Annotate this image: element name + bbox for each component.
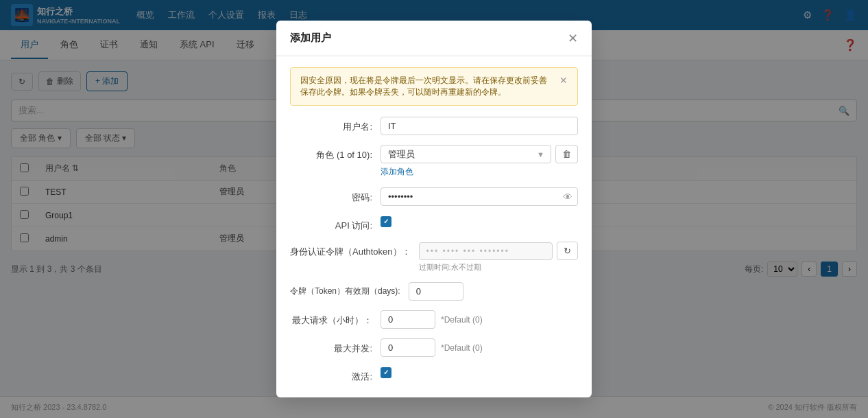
username-field-wrap bbox=[381, 117, 578, 135]
role-field-wrap: 管理员 ▼ 🗑 添加角色 bbox=[381, 145, 578, 178]
token-days-input[interactable] bbox=[409, 282, 463, 293]
role-select-row: 管理员 ▼ 🗑 bbox=[381, 145, 578, 163]
role-select-wrapper: 管理员 ▼ bbox=[381, 145, 551, 163]
api-access-wrap bbox=[381, 216, 578, 227]
modal-header: 添加用户 ✕ bbox=[276, 21, 592, 56]
modal-close-button[interactable]: ✕ bbox=[568, 32, 578, 45]
role-row: 角色 (1 of 10): 管理员 ▼ 🗑 添加角色 bbox=[290, 145, 578, 178]
alert-text: 因安全原因，现在将是令牌最后一次明文显示。请在保存更改前妥善保存此令牌。如果令牌… bbox=[300, 75, 553, 98]
modal-title: 添加用户 bbox=[290, 32, 331, 45]
modal-body: 因安全原因，现在将是令牌最后一次明文显示。请在保存更改前妥善保存此令牌。如果令牌… bbox=[276, 56, 592, 293]
password-input-wrap: 👁 bbox=[381, 187, 578, 206]
api-access-label: API 访问: bbox=[290, 216, 372, 232]
token-label: 身份认证令牌（Authtoken）： bbox=[290, 242, 411, 258]
username-row: 用户名: bbox=[290, 117, 578, 135]
token-days-row: 令牌（Token）有效期（days): bbox=[290, 282, 578, 293]
api-access-row: API 访问: bbox=[290, 216, 578, 232]
token-expiry-label: 过期时间:永不过期 bbox=[419, 262, 578, 272]
password-row: 密码: 👁 bbox=[290, 187, 578, 206]
api-access-checkbox[interactable] bbox=[381, 216, 391, 227]
username-input[interactable] bbox=[381, 117, 578, 135]
modal-overlay: 添加用户 ✕ 因安全原因，现在将是令牌最后一次明文显示。请在保存更改前妥善保存此… bbox=[0, 0, 868, 293]
token-days-label: 令牌（Token）有效期（days): bbox=[290, 282, 400, 293]
token-row: 身份认证令牌（Authtoken）： ↻ 过期时间:永不过期 bbox=[290, 242, 578, 272]
password-input[interactable] bbox=[381, 187, 578, 206]
password-label: 密码: bbox=[290, 187, 372, 204]
token-input[interactable] bbox=[419, 242, 553, 260]
token-alert: 因安全原因，现在将是令牌最后一次明文显示。请在保存更改前妥善保存此令牌。如果令牌… bbox=[290, 67, 578, 106]
role-label: 角色 (1 of 10): bbox=[290, 145, 372, 161]
password-field-wrap: 👁 bbox=[381, 187, 578, 206]
token-days-wrap bbox=[409, 282, 578, 293]
show-password-icon[interactable]: 👁 bbox=[563, 191, 572, 202]
username-label: 用户名: bbox=[290, 117, 372, 133]
add-role-link[interactable]: 添加角色 bbox=[381, 166, 413, 178]
alert-close-button[interactable]: ✕ bbox=[559, 75, 568, 86]
token-input-row: ↻ bbox=[419, 242, 578, 260]
token-field-wrap: ↻ 过期时间:永不过期 bbox=[419, 242, 578, 272]
remove-role-button[interactable]: 🗑 bbox=[555, 145, 578, 163]
role-select[interactable]: 管理员 bbox=[381, 145, 551, 163]
refresh-token-button[interactable]: ↻ bbox=[557, 242, 578, 260]
add-user-modal: 添加用户 ✕ 因安全原因，现在将是令牌最后一次明文显示。请在保存更改前妥善保存此… bbox=[276, 21, 592, 293]
